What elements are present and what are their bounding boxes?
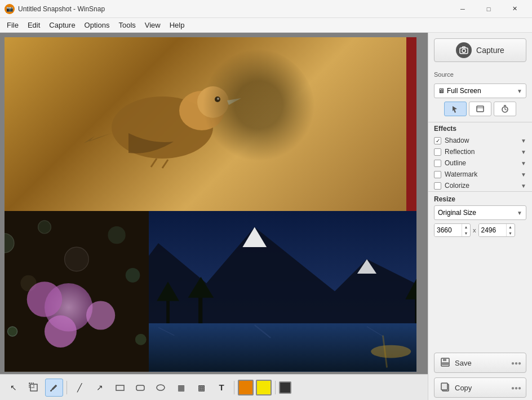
save-more-icon: ●●● <box>511 360 521 366</box>
menu-edit[interactable]: Edit <box>23 20 45 30</box>
svg-rect-57 <box>443 358 446 361</box>
svg-point-14 <box>108 226 125 244</box>
ellipse-tool-button[interactable] <box>152 379 170 397</box>
outline-checkbox[interactable] <box>434 160 441 167</box>
svg-rect-28 <box>166 298 170 324</box>
effect-shadow-row[interactable]: Shadow ▼ <box>428 135 532 146</box>
separator-1 <box>66 381 67 394</box>
colorize-label: Colorize <box>445 182 521 190</box>
text-tool-button[interactable]: T <box>212 379 230 397</box>
menubar: File Edit Capture Options Tools View Hel… <box>0 18 532 33</box>
effect-outline-row[interactable]: Outline ▼ <box>428 157 532 169</box>
window-title: Untitled Snapshot - WinSnap <box>18 5 450 13</box>
width-up-button[interactable]: ▲ <box>462 224 470 230</box>
maximize-button[interactable]: □ <box>476 0 502 18</box>
svg-point-11 <box>38 221 51 234</box>
save-icon <box>440 357 450 369</box>
height-spinners: ▲ ▼ <box>506 224 515 236</box>
photo-collage <box>5 37 416 372</box>
svg-point-49 <box>462 49 466 52</box>
photo-border-right <box>406 37 416 211</box>
app-icon: 📷 <box>5 4 15 14</box>
shadow-expand-icon[interactable]: ▼ <box>521 138 526 144</box>
colorize-checkbox[interactable] <box>434 182 441 190</box>
toolbar: ↖ ╱ ↗ ▦ ▩ T <box>0 374 428 400</box>
outline-expand-icon[interactable]: ▼ <box>521 160 526 166</box>
effect-colorize-row[interactable]: Colorize ▼ <box>428 180 532 191</box>
svg-line-54 <box>505 109 507 110</box>
width-input-wrap: ▲ ▼ <box>434 223 471 237</box>
round-rect-tool-button[interactable] <box>131 379 149 397</box>
save-button[interactable]: Save ●●● <box>434 353 526 373</box>
height-input[interactable] <box>479 224 506 236</box>
mode-timer-button[interactable] <box>494 102 516 116</box>
size-separator: x <box>473 227 476 234</box>
select-tool-button[interactable]: ↖ <box>5 379 23 397</box>
reflection-expand-icon[interactable]: ▼ <box>521 149 526 155</box>
crop-icon <box>29 383 39 393</box>
height-down-button[interactable]: ▼ <box>507 230 515 236</box>
capture-button[interactable]: Capture <box>434 38 526 62</box>
source-label: Source <box>434 71 526 78</box>
shadow-label: Shadow <box>445 137 521 144</box>
save-label: Save <box>455 359 472 367</box>
primary-color-swatch[interactable] <box>238 380 254 395</box>
colorize-expand-icon[interactable]: ▼ <box>521 183 526 189</box>
timer-icon <box>501 105 509 113</box>
rain-svg <box>5 211 149 372</box>
reflection-checkbox[interactable] <box>434 148 441 156</box>
resize-label: Resize <box>428 191 532 205</box>
width-input[interactable] <box>435 224 462 236</box>
crosshatch-tool-button[interactable]: ▩ <box>192 379 210 397</box>
menu-capture[interactable]: Capture <box>45 20 79 30</box>
width-down-button[interactable]: ▼ <box>462 230 470 236</box>
titlebar: 📷 Untitled Snapshot - WinSnap ─ □ ✕ <box>0 0 532 18</box>
rect-tool-button[interactable] <box>111 379 129 397</box>
pen-tool-button[interactable] <box>45 379 63 397</box>
menu-file[interactable]: File <box>2 20 23 30</box>
size-inputs: ▲ ▼ x ▲ ▼ <box>434 223 526 237</box>
watermark-expand-icon[interactable]: ▼ <box>521 172 526 178</box>
separator-3 <box>275 381 276 394</box>
mode-buttons <box>434 102 526 116</box>
arrow-tool-button[interactable]: ↗ <box>91 379 109 397</box>
source-dropdown[interactable]: 🖥 Full Screen ▼ <box>434 83 526 98</box>
resize-dropdown[interactable]: Original Size ▼ <box>434 205 526 220</box>
svg-rect-50 <box>477 106 484 112</box>
mountain-svg <box>149 211 416 372</box>
shadow-checkbox[interactable] <box>434 137 441 144</box>
line-tool-button[interactable]: ╱ <box>70 379 88 397</box>
svg-rect-58 <box>442 362 449 365</box>
mode-cursor-button[interactable] <box>444 102 467 116</box>
svg-rect-43 <box>29 383 34 388</box>
menu-options[interactable]: Options <box>80 20 114 30</box>
menu-view[interactable]: View <box>140 20 165 30</box>
menu-help[interactable]: Help <box>165 20 189 30</box>
effect-reflection-row[interactable]: Reflection ▼ <box>428 146 532 157</box>
minimize-button[interactable]: ─ <box>450 0 476 18</box>
window-controls: ─ □ ✕ <box>450 0 527 18</box>
camera-icon <box>456 42 472 58</box>
background-color-swatch[interactable] <box>279 381 291 394</box>
mode-window-button[interactable] <box>469 102 491 116</box>
watermark-label: Watermark <box>445 170 521 178</box>
effect-watermark-row[interactable]: Watermark ▼ <box>428 169 532 180</box>
secondary-color-swatch[interactable] <box>256 380 272 395</box>
copy-more-icon: ●●● <box>511 385 521 391</box>
svg-point-12 <box>65 247 89 271</box>
reflection-label: Reflection <box>445 148 521 156</box>
round-rect-icon <box>135 383 145 393</box>
svg-point-17 <box>86 301 115 330</box>
outline-label: Outline <box>445 159 521 167</box>
svg-point-6 <box>217 98 219 100</box>
crop-tool-button[interactable] <box>25 379 43 397</box>
menu-tools[interactable]: Tools <box>114 20 140 30</box>
svg-rect-60 <box>441 383 447 390</box>
height-up-button[interactable]: ▲ <box>507 224 515 230</box>
watermark-checkbox[interactable] <box>434 171 441 178</box>
hatch-tool-button[interactable]: ▦ <box>172 379 190 397</box>
canvas-area: ↖ ╱ ↗ ▦ ▩ T <box>0 33 428 400</box>
svg-point-18 <box>45 315 77 348</box>
close-button[interactable]: ✕ <box>502 0 527 18</box>
copy-button[interactable]: Copy ●●● <box>434 377 526 398</box>
